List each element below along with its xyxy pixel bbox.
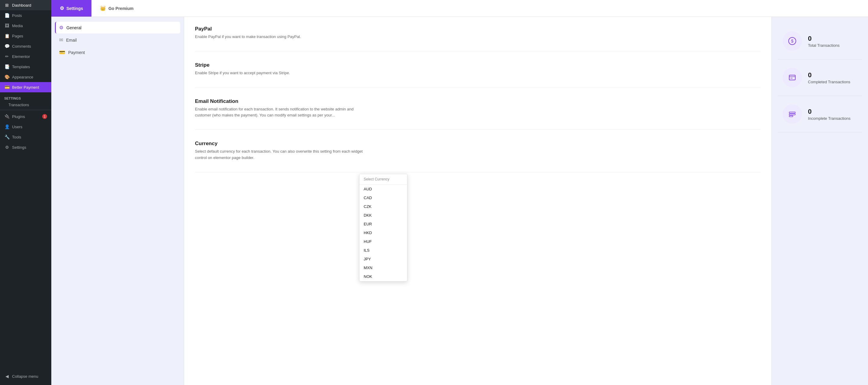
sidebar-item-posts[interactable]: 📄 Posts <box>0 10 51 21</box>
total-transactions-label: Total Transactions <box>808 43 840 48</box>
sidebar-item-comments[interactable]: 💬 Comments <box>0 41 51 51</box>
topbar: ⚙ Settings 👑 Go Premium <box>51 0 868 17</box>
svg-rect-7 <box>789 116 793 117</box>
sidebar-item-label: Elementor <box>12 54 30 59</box>
sidebar-item-users[interactable]: 👤 Users <box>0 122 51 132</box>
settings-tab-icon: ⚙ <box>60 5 64 11</box>
sidebar-item-settings[interactable]: ⚙ Settings <box>0 142 51 152</box>
sidebar-item-pages[interactable]: 📋 Pages <box>0 31 51 41</box>
plugins-badge: 1 <box>42 114 47 119</box>
appearance-icon: 🎨 <box>4 74 10 79</box>
left-panel: ⚙ General ✉ Email 💳 Payment <box>51 17 184 385</box>
currency-option-nok[interactable]: NOK <box>360 272 407 281</box>
general-nav-icon: ⚙ <box>59 25 63 30</box>
sidebar-collapse-menu[interactable]: ◀ Collapse menu <box>4 372 47 381</box>
sub-nav-payment[interactable]: 💳 Payment <box>55 46 180 58</box>
svg-rect-6 <box>789 114 795 115</box>
payment-nav-icon: 💳 <box>59 50 65 55</box>
stripe-title: Stripe <box>195 62 761 68</box>
content-area: ⚙ General ✉ Email 💳 Payment PayPal Enabl… <box>51 17 868 385</box>
total-transactions-icon: $ <box>783 31 802 51</box>
plugins-icon: 🔌 <box>4 114 10 119</box>
better-payment-icon: 💳 <box>4 85 10 90</box>
incomplete-transactions-info: 0 Incomplete Transactions <box>808 108 850 121</box>
currency-option-hkd[interactable]: HKD <box>360 228 407 237</box>
tools-icon: 🔧 <box>4 134 10 140</box>
media-icon: 🖼 <box>4 23 10 28</box>
currency-dropdown[interactable]: Select Currency AUDCADCZKDKKEURHKDHUFILS… <box>359 174 407 282</box>
sidebar-item-label: Users <box>12 125 22 129</box>
stat-incomplete-transactions: 0 Incomplete Transactions <box>778 96 862 132</box>
currency-option-aud[interactable]: AUD <box>360 185 407 193</box>
stat-completed-transactions: 0 Completed Transactions <box>778 59 862 96</box>
email-nav-icon: ✉ <box>59 37 63 43</box>
dashboard-icon: ⊞ <box>4 2 10 8</box>
settings-section-label: Settings <box>0 92 51 101</box>
currency-option-mxn[interactable]: MXN <box>360 263 407 272</box>
sidebar-item-appearance[interactable]: 🎨 Appearance <box>0 72 51 82</box>
sidebar-item-dashboard[interactable]: ⊞ Dashboard <box>0 0 51 10</box>
currency-option-cad[interactable]: CAD <box>360 193 407 202</box>
currency-option-dkk[interactable]: DKK <box>360 211 407 220</box>
sidebar-item-label: Appearance <box>12 75 33 79</box>
sidebar-item-label: Comments <box>12 44 31 49</box>
sub-nav-general-label: General <box>66 25 82 30</box>
total-transactions-count: 0 <box>808 35 840 42</box>
currency-desc: Select default currency for each transac… <box>195 149 370 161</box>
completed-transactions-icon <box>783 68 802 87</box>
sub-nav-email[interactable]: ✉ Email <box>55 34 180 46</box>
section-paypal: PayPal Enable PayPal if you want to make… <box>195 26 761 51</box>
currency-title: Currency <box>195 140 761 147</box>
currency-option-eur[interactable]: EUR <box>360 220 407 228</box>
premium-tab-icon: 👑 <box>100 5 106 11</box>
completed-transactions-count: 0 <box>808 71 850 79</box>
completed-transactions-label: Completed Transactions <box>808 79 850 84</box>
currency-option-czk[interactable]: CZK <box>360 202 407 211</box>
currency-option-ils[interactable]: ILS <box>360 246 407 255</box>
sub-nav-general[interactable]: ⚙ General <box>55 22 180 33</box>
main-area: ⚙ Settings 👑 Go Premium ⚙ General ✉ Emai… <box>51 0 868 385</box>
sidebar-item-label: Tools <box>12 135 21 139</box>
sidebar-item-tools[interactable]: 🔧 Tools <box>0 132 51 142</box>
sidebar-item-media[interactable]: 🖼 Media <box>0 21 51 31</box>
tab-settings[interactable]: ⚙ Settings <box>51 0 91 17</box>
tab-go-premium[interactable]: 👑 Go Premium <box>91 0 142 17</box>
svg-rect-2 <box>789 75 795 80</box>
currency-option-huf[interactable]: HUF <box>360 237 407 246</box>
dropdown-header: Select Currency <box>360 174 407 185</box>
section-email-notification: Email Notification Enable email notifica… <box>195 98 761 130</box>
paypal-desc: Enable PayPal if you want to make transa… <box>195 34 370 40</box>
sidebar-item-label: Posts <box>12 13 22 18</box>
currency-option-jpy[interactable]: JPY <box>360 255 407 263</box>
sidebar-item-plugins[interactable]: 🔌 Plugins 1 <box>0 111 51 122</box>
sidebar-item-elementor[interactable]: ✏ Elementor <box>0 51 51 62</box>
users-icon: 👤 <box>4 124 10 129</box>
total-transactions-info: 0 Total Transactions <box>808 35 840 48</box>
email-notification-desc: Enable email notification for each trans… <box>195 106 370 119</box>
sidebar-sub-transactions[interactable]: Transactions <box>0 101 51 108</box>
sidebar-item-label: Dashboard <box>12 3 31 7</box>
completed-transactions-info: 0 Completed Transactions <box>808 71 850 84</box>
pages-icon: 📋 <box>4 33 10 39</box>
stripe-desc: Enable Stripe if you want to accept paym… <box>195 70 370 76</box>
stat-total-transactions: $ 0 Total Transactions <box>778 23 862 59</box>
comments-icon: 💬 <box>4 43 10 49</box>
stats-panel: $ 0 Total Transactions 0 <box>771 17 868 385</box>
sidebar-item-label: Settings <box>12 145 26 150</box>
sub-nav-payment-label: Payment <box>68 50 85 55</box>
sidebar: ⊞ Dashboard 📄 Posts 🖼 Media 📋 Pages 💬 Co… <box>0 0 51 385</box>
collapse-icon: ◀ <box>4 374 10 379</box>
sidebar-item-templates[interactable]: 📑 Templates <box>0 62 51 72</box>
sidebar-item-label: Templates <box>12 65 30 69</box>
collapse-label: Collapse menu <box>12 374 38 379</box>
section-stripe: Stripe Enable Stripe if you want to acce… <box>195 62 761 88</box>
sidebar-item-label: Pages <box>12 34 23 38</box>
paypal-title: PayPal <box>195 26 761 32</box>
sidebar-item-label: Plugins <box>12 114 25 119</box>
main-panel: PayPal Enable PayPal if you want to make… <box>184 17 771 385</box>
sidebar-item-label: Better Payment <box>12 85 39 90</box>
tab-premium-label: Go Premium <box>108 6 133 11</box>
currency-option-nzd[interactable]: NZD <box>360 281 407 281</box>
sidebar-item-better-payment[interactable]: 💳 Better Payment <box>0 82 51 92</box>
sub-nav-email-label: Email <box>66 38 77 42</box>
